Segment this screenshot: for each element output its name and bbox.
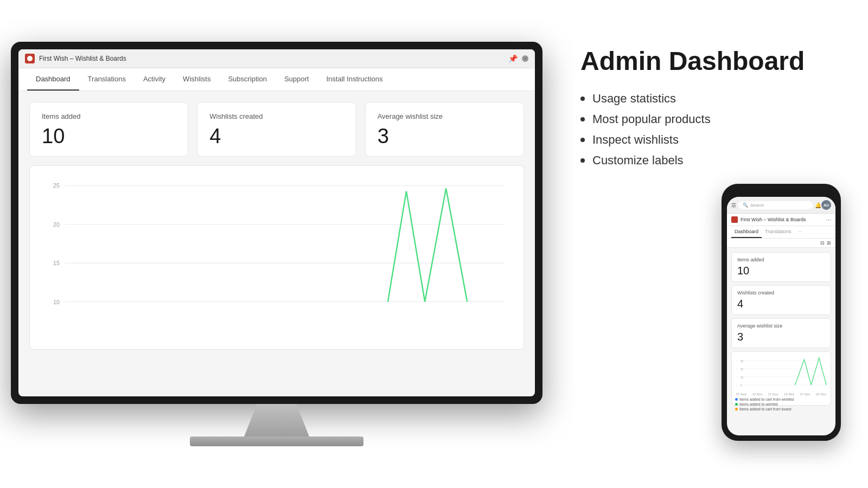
feature-item-inspect: Inspect wishlists (580, 133, 841, 147)
phone-stat-card-wishlists-created: Wishlists created 4 (731, 285, 831, 315)
stat-value-avg-wishlist-size: 3 (378, 126, 512, 146)
phone-nav: Dashboard Translations ··· (727, 226, 835, 239)
bullet-icon (580, 138, 585, 142)
monitor-base (190, 436, 363, 446)
svg-text:10: 10 (741, 376, 743, 379)
phone-legend-item-cart-board: Items added to cart from board (735, 407, 827, 411)
admin-title: Admin Dashboard (580, 47, 841, 76)
phone-search-text: Search (750, 203, 764, 208)
browser-chrome: First Wish – Wishlist & Boards 📌 ✕ (18, 49, 535, 68)
feature-item-customize: Customize labels (580, 153, 841, 168)
nav-subscription[interactable]: Subscription (219, 68, 276, 91)
feature-label-usage: Usage statistics (592, 92, 676, 106)
stat-label-avg-wishlist-size: Average wishlist size (378, 112, 512, 120)
app-content: Items added 10 Wishlists created 4 Avera… (18, 91, 535, 390)
svg-text:5: 5 (741, 384, 742, 387)
nav-support[interactable]: Support (276, 68, 318, 91)
phone-bell-icon: 🔔 (815, 202, 821, 208)
phone-nav-translations[interactable]: Translations (762, 226, 795, 238)
stat-cards: Items added 10 Wishlists created 4 Avera… (29, 102, 524, 157)
monitor-body: First Wish – Wishlist & Boards 📌 ✕ Dashb… (11, 42, 542, 404)
close-icon[interactable]: ✕ (522, 55, 528, 62)
phone-stat-label-avg-wishlist-size: Average wishlist size (737, 323, 825, 329)
feature-label-customize: Customize labels (592, 153, 684, 168)
feature-label-inspect: Inspect wishlists (592, 133, 679, 147)
stat-label-wishlists-created: Wishlists created (209, 112, 343, 120)
phone-app-title: First Wish – Wishlist & Boards (741, 217, 806, 222)
phone-legend-dot-yellow (735, 408, 738, 410)
phone-content: Items added 10 Wishlists created 4 Avera… (727, 248, 835, 410)
phone-more-icon: ··· (826, 216, 831, 223)
phone-search-icon: 🔍 (743, 203, 748, 208)
phone-legend-dot-blue (735, 398, 738, 401)
svg-text:25: 25 (53, 182, 60, 189)
svg-text:20: 20 (53, 221, 60, 228)
phone-legend-dot-green (735, 403, 738, 406)
feature-list: Usage statistics Most popular products I… (580, 92, 841, 168)
nav-wishlists[interactable]: Wishlists (174, 68, 219, 91)
bullet-icon (580, 117, 585, 121)
stat-card-avg-wishlist-size: Average wishlist size 3 (365, 102, 524, 157)
monitor-stand (244, 404, 309, 436)
monitor-screen: First Wish – Wishlist & Boards 📌 ✕ Dashb… (18, 49, 535, 396)
monitor-section: First Wish – Wishlist & Boards 📌 ✕ Dashb… (0, 0, 553, 488)
phone-legend-label-cart-board: Items added to cart from board (739, 407, 792, 411)
app-nav: Dashboard Translations Activity Wishlist… (18, 68, 535, 91)
phone-body: ☰ 🔍 Search 🔔 AU First Wish – Wishlist & … (722, 184, 841, 441)
feature-item-popular: Most popular products (580, 112, 841, 126)
stat-card-wishlists-created: Wishlists created 4 (197, 102, 356, 157)
phone-stat-value-wishlists-created: 4 (737, 298, 825, 310)
phone-avatar: AU (821, 200, 831, 210)
phone-stat-card-items-added: Items added 10 (731, 252, 831, 282)
feature-item-usage: Usage statistics (580, 92, 841, 106)
phone-legend: Items added to cart from wishlist Items … (735, 397, 827, 411)
phone-legend-item-cart-wishlist: Items added to cart from wishlist (735, 397, 827, 401)
svg-text:25: 25 (741, 360, 743, 363)
phone-stat-card-avg-wishlist-size: Average wishlist size 3 (731, 318, 831, 348)
chart-container: 25 20 15 10 (29, 165, 524, 350)
bullet-icon (580, 97, 585, 101)
stat-card-items-added: Items added 10 (29, 102, 188, 157)
phone-toolbar: ⊟ ⊞ (727, 239, 835, 248)
phone-grid-icon: ⊞ (827, 240, 831, 246)
phone-notch (765, 189, 797, 195)
stat-label-items-added: Items added (42, 112, 176, 120)
nav-dashboard[interactable]: Dashboard (27, 68, 79, 91)
phone-legend-label-wishlist: Items added to wishlist (739, 402, 778, 406)
phone-legend-item-wishlist: Items added to wishlist (735, 402, 827, 406)
phone-app-header: First Wish – Wishlist & Boards ··· (727, 214, 835, 226)
chart-svg: 25 20 15 10 (39, 175, 515, 341)
phone-menu-icon: ☰ (731, 202, 736, 208)
nav-translations[interactable]: Translations (79, 68, 135, 91)
browser-title: First Wish – Wishlist & Boards (39, 55, 504, 62)
app-logo-icon (25, 54, 35, 63)
svg-text:15: 15 (53, 260, 60, 266)
nav-install-instructions[interactable]: Install Instructions (317, 68, 391, 91)
nav-activity[interactable]: Activity (135, 68, 174, 91)
phone-legend-label-cart-wishlist: Items added to cart from wishlist (739, 397, 794, 401)
phone-wrapper: ☰ 🔍 Search 🔔 AU First Wish – Wishlist & … (580, 184, 841, 441)
svg-text:15: 15 (741, 368, 743, 371)
phone-stat-label-wishlists-created: Wishlists created (737, 290, 825, 296)
phone-stat-value-avg-wishlist-size: 3 (737, 331, 825, 343)
phone-chart: 25 15 10 5 07 Nov 12 Nov 17 Nov (731, 351, 831, 406)
phone-filter-icon: ⊟ (820, 240, 825, 246)
phone-screen: ☰ 🔍 Search 🔔 AU First Wish – Wishlist & … (727, 197, 835, 435)
svg-text:10: 10 (53, 298, 60, 305)
phone-nav-dashboard[interactable]: Dashboard (731, 226, 762, 238)
monitor-wrapper: First Wish – Wishlist & Boards 📌 ✕ Dashb… (11, 42, 542, 446)
phone-chart-svg: 25 15 10 5 (735, 355, 827, 393)
phone-app-logo-icon (731, 216, 738, 223)
phone-stat-label-items-added: Items added (737, 257, 825, 262)
phone-browser-chrome: ☰ 🔍 Search 🔔 AU (727, 197, 835, 214)
stat-value-wishlists-created: 4 (209, 126, 343, 146)
feature-label-popular: Most popular products (592, 112, 711, 126)
phone-nav-more[interactable]: ··· (795, 226, 806, 238)
bullet-icon (580, 158, 585, 163)
pin-icon: 📌 (508, 54, 518, 63)
stat-value-items-added: 10 (42, 126, 176, 146)
phone-stat-value-items-added: 10 (737, 265, 825, 277)
right-section: Admin Dashboard Usage statistics Most po… (553, 25, 868, 463)
phone-search-bar: 🔍 Search (738, 201, 813, 209)
